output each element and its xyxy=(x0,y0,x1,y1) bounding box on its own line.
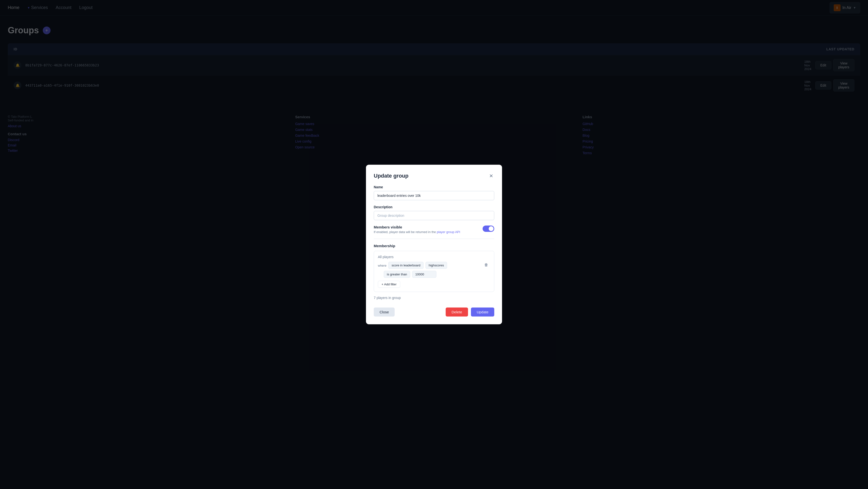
filter-connector: where xyxy=(378,262,386,267)
members-visible-row: Members visible If enabled, player data … xyxy=(374,225,494,239)
close-modal-button[interactable]: Close xyxy=(374,308,395,317)
members-visible-label: Members visible xyxy=(374,225,460,229)
delete-button[interactable]: Delete xyxy=(446,308,468,317)
filter-row-1: where score in leaderboard highscores 🗑 xyxy=(378,262,490,269)
name-input[interactable] xyxy=(374,191,494,200)
add-filter-button[interactable]: + Add filter xyxy=(378,281,400,288)
delete-filter-button[interactable]: 🗑 xyxy=(483,262,490,268)
filter-leaderboard-chip[interactable]: highscores xyxy=(426,262,447,269)
modal-overlay: Update group ✕ Name Description Members … xyxy=(0,0,868,489)
modal-close-button[interactable]: ✕ xyxy=(488,172,494,179)
modal-header: Update group ✕ xyxy=(374,172,494,179)
name-field: Name xyxy=(374,185,494,200)
membership-label: Membership xyxy=(374,244,494,248)
update-group-modal: Update group ✕ Name Description Members … xyxy=(366,165,502,324)
toggle-track xyxy=(483,226,494,232)
description-label: Description xyxy=(374,205,494,209)
toggle-thumb xyxy=(489,226,494,231)
membership-box: All players where score in leaderboard h… xyxy=(374,251,494,292)
members-visible-toggle[interactable] xyxy=(483,226,494,232)
players-count: 7 players in group xyxy=(374,296,494,300)
update-button[interactable]: Update xyxy=(471,308,494,317)
members-visible-text: Members visible If enabled, player data … xyxy=(374,225,460,234)
add-filter-row: + Add filter xyxy=(378,281,490,288)
name-label: Name xyxy=(374,185,494,189)
description-input[interactable] xyxy=(374,211,494,220)
filter-value-input[interactable] xyxy=(412,271,436,278)
action-group: Delete Update xyxy=(446,308,494,317)
filter-field-chip[interactable]: score in leaderboard xyxy=(388,262,424,269)
filter-operator-chip[interactable]: is greater than xyxy=(384,271,410,278)
description-field: Description xyxy=(374,205,494,220)
all-players-text: All players xyxy=(378,255,490,259)
player-group-api-link[interactable]: player group API xyxy=(437,230,460,234)
modal-title: Update group xyxy=(374,173,408,179)
filter-row-2: is greater than xyxy=(378,271,490,278)
members-visible-desc: If enabled, player data will be returned… xyxy=(374,230,460,234)
modal-actions: Close Delete Update xyxy=(374,306,494,317)
